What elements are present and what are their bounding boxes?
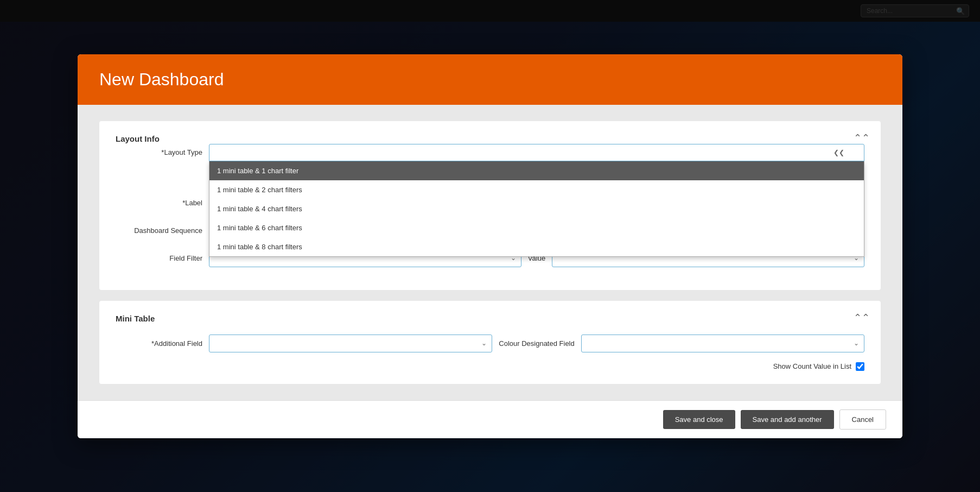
colour-designated-field-select[interactable] bbox=[581, 335, 864, 352]
additional-field-select[interactable] bbox=[209, 335, 492, 352]
dropdown-item-3[interactable]: 1 mini table & 6 chart filters bbox=[209, 218, 864, 237]
dropdown-item-1[interactable]: 1 mini table & 2 chart filters bbox=[209, 180, 864, 199]
modal-title: New Dashboard bbox=[99, 70, 881, 90]
dashboard-sequence-label: Dashboard Sequence bbox=[116, 226, 202, 235]
layout-type-dropdown-list: 1 mini table & 1 chart filter 1 mini tab… bbox=[209, 161, 864, 257]
layout-info-collapse-icon[interactable]: ⌃⌃ bbox=[854, 132, 870, 144]
cancel-button[interactable]: Cancel bbox=[839, 409, 886, 430]
colour-designated-field-label: Colour Designated Field bbox=[499, 339, 574, 348]
dropdown-item-2[interactable]: 1 mini table & 4 chart filters bbox=[209, 199, 864, 218]
modal-overlay: New Dashboard Layout Info ⌃⌃ *Layout Typ… bbox=[0, 0, 980, 492]
mini-table-title: Mini Table bbox=[116, 314, 155, 323]
layout-info-section: Layout Info ⌃⌃ *Layout Type ❮❮ 1 mini ta… bbox=[99, 121, 881, 290]
save-and-add-button[interactable]: Save and add another bbox=[741, 410, 834, 429]
layout-type-dropdown-trigger[interactable]: ❮❮ bbox=[209, 144, 864, 161]
dropdown-item-0[interactable]: 1 mini table & 1 chart filter bbox=[209, 161, 864, 180]
layout-type-row: *Layout Type ❮❮ 1 mini table & 1 chart f… bbox=[116, 144, 864, 161]
mini-table-fields: *Additional Field ⌄ Colour Designated Fi… bbox=[116, 335, 864, 371]
mini-table-section: Mini Table ⌃⌃ *Additional Field ⌄ Colour… bbox=[99, 301, 881, 384]
modal: New Dashboard Layout Info ⌃⌃ *Layout Typ… bbox=[78, 54, 902, 438]
additional-field-row: *Additional Field ⌄ Colour Designated Fi… bbox=[116, 335, 864, 352]
field-filter-label: Field Filter bbox=[116, 254, 202, 262]
label-field-label: *Label bbox=[116, 199, 202, 207]
save-and-close-button[interactable]: Save and close bbox=[663, 410, 735, 429]
mini-table-collapse-icon[interactable]: ⌃⌃ bbox=[854, 312, 870, 324]
modal-footer: Save and close Save and add another Canc… bbox=[78, 400, 902, 438]
show-count-row: Show Count Value in List bbox=[116, 362, 864, 371]
additional-field-label: *Additional Field bbox=[116, 339, 202, 348]
show-count-checkbox[interactable] bbox=[856, 362, 864, 371]
dropdown-item-4[interactable]: 1 mini table & 8 chart filters bbox=[209, 237, 864, 256]
chevron-down-icon: ❮❮ bbox=[833, 149, 844, 156]
modal-body: Layout Info ⌃⌃ *Layout Type ❮❮ 1 mini ta… bbox=[78, 105, 902, 400]
modal-header: New Dashboard bbox=[78, 54, 902, 105]
layout-info-title: Layout Info bbox=[116, 134, 160, 143]
show-count-label: Show Count Value in List bbox=[773, 362, 851, 370]
layout-type-label: *Layout Type bbox=[116, 148, 202, 156]
